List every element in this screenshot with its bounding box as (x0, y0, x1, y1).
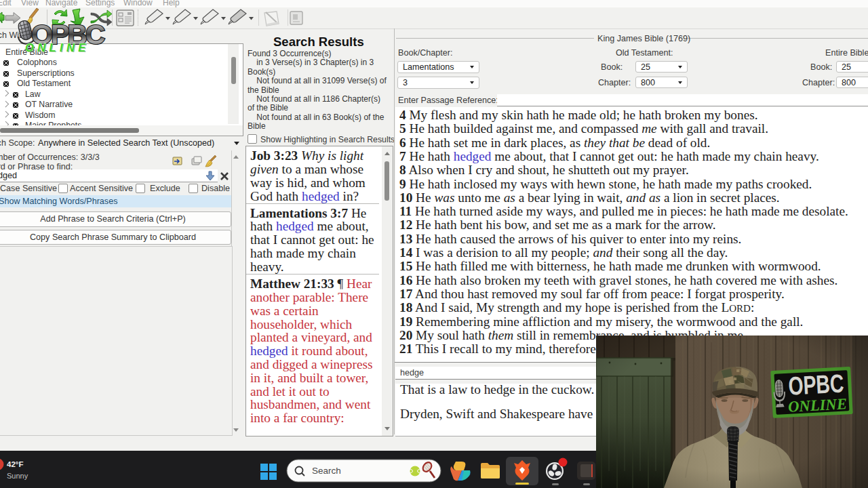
svg-text:Search: Search (312, 466, 341, 476)
svg-text:Sunny: Sunny (7, 472, 28, 480)
svg-text:ONLINE: ONLINE (25, 41, 90, 54)
svg-text:42°F: 42°F (7, 460, 23, 468)
